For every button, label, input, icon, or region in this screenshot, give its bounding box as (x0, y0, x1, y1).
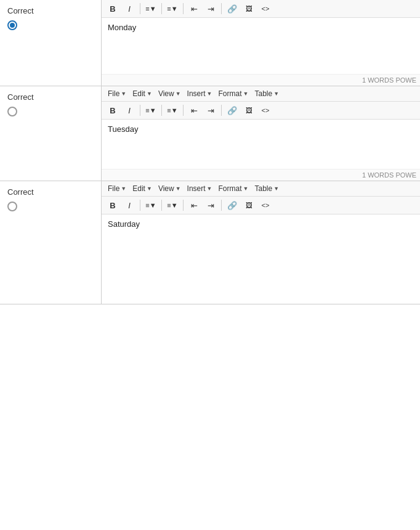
chevron-icon: ▼ (121, 186, 126, 192)
menu-item-insert[interactable]: Insert▼ (185, 183, 215, 194)
align-left-button[interactable]: ⇤ (187, 104, 201, 117)
unordered-list-button[interactable]: ≡▼ (143, 104, 158, 117)
divider-4 (221, 200, 222, 211)
link-button[interactable]: 🔗 (225, 198, 240, 212)
toolbar-buttons: B I ≡▼ ≡▼ ⇤ ⇥ 🔗 🖼 <> (102, 197, 420, 214)
divider-1 (140, 105, 140, 116)
chevron-icon: ▼ (147, 91, 152, 97)
ordered-list-button-top[interactable]: ≡▼ (165, 2, 180, 15)
link-button[interactable]: 🔗 (225, 104, 240, 117)
image-button[interactable]: 🖼 (241, 104, 256, 117)
menu-item-format[interactable]: Format▼ (216, 88, 251, 99)
menu-bar: File▼ Edit▼ View▼ Insert▼ Format▼ Table▼ (102, 181, 420, 197)
chevron-icon: ▼ (121, 91, 126, 97)
right-col-saturday: File▼ Edit▼ View▼ Insert▼ Format▼ Table▼… (102, 181, 420, 304)
chevron-icon: ▼ (273, 91, 279, 97)
radio-monday[interactable] (7, 20, 17, 30)
menu-item-format[interactable]: Format▼ (216, 183, 251, 194)
chevron-icon: ▼ (273, 186, 279, 192)
ordered-list-button[interactable]: ≡▼ (165, 104, 180, 117)
editor-monday[interactable]: Monday (102, 18, 420, 74)
chevron-icon: ▼ (207, 91, 212, 97)
bold-button[interactable]: B (105, 104, 120, 117)
answer-row-monday: Correct B I ≡▼ ≡▼ ⇤ ⇥ 🔗 🖼 <> Monday 1 WO… (0, 0, 420, 86)
unordered-list-button-top[interactable]: ≡▼ (143, 2, 158, 15)
menu-item-edit[interactable]: Edit▼ (130, 183, 155, 194)
align-right-button-top[interactable]: ⇥ (203, 2, 218, 15)
divider-1 (140, 200, 140, 211)
radio-tuesday[interactable] (7, 107, 17, 116)
chevron-icon: ▼ (207, 186, 212, 192)
menu-bar: File▼ Edit▼ View▼ Insert▼ Format▼ Table▼ (102, 86, 420, 102)
align-right-button[interactable]: ⇥ (203, 198, 218, 212)
chevron-icon: ▼ (176, 186, 181, 192)
divider-t4 (221, 3, 222, 14)
chevron-icon: ▼ (243, 91, 249, 97)
answer-row-tuesday: Correct File▼ Edit▼ View▼ Insert▼ Format… (0, 86, 420, 181)
code-button[interactable]: <> (258, 198, 273, 212)
italic-button-top[interactable]: I (122, 2, 137, 15)
italic-button[interactable]: I (122, 104, 137, 117)
align-left-button-top[interactable]: ⇤ (187, 2, 201, 15)
divider-3 (183, 105, 184, 116)
divider-t1 (140, 3, 140, 14)
unordered-list-button[interactable]: ≡▼ (143, 198, 158, 212)
italic-button[interactable]: I (122, 198, 137, 212)
menu-item-table[interactable]: Table▼ (252, 183, 281, 194)
menu-item-view[interactable]: View▼ (156, 88, 184, 99)
menu-item-file[interactable]: File▼ (105, 88, 129, 99)
menu-item-insert[interactable]: Insert▼ (185, 88, 215, 99)
chevron-icon: ▼ (147, 186, 152, 192)
right-col-monday: B I ≡▼ ≡▼ ⇤ ⇥ 🔗 🖼 <> Monday 1 WORDS POWE (102, 0, 420, 86)
align-left-button[interactable]: ⇤ (187, 198, 201, 212)
correct-label-tuesday: Correct (7, 92, 94, 102)
word-count-tuesday: 1 WORDS POWE (102, 169, 420, 181)
divider-4 (221, 105, 222, 116)
ordered-list-button[interactable]: ≡▼ (165, 198, 180, 212)
chevron-icon: ▼ (243, 186, 249, 192)
answer-row-saturday: Correct File▼ Edit▼ View▼ Insert▼ Format… (0, 181, 420, 304)
image-button[interactable]: 🖼 (241, 198, 256, 212)
divider-2 (161, 105, 162, 116)
editor-saturday[interactable]: Saturday (102, 214, 420, 304)
top-toolbar-buttons: B I ≡▼ ≡▼ ⇤ ⇥ 🔗 🖼 <> (102, 0, 420, 18)
bold-button-top[interactable]: B (105, 2, 120, 15)
image-button-top[interactable]: 🖼 (241, 2, 256, 15)
radio-saturday[interactable] (7, 202, 17, 211)
left-col-tuesday: Correct (0, 86, 102, 181)
code-button-top[interactable]: <> (258, 2, 273, 15)
toolbar-buttons: B I ≡▼ ≡▼ ⇤ ⇥ 🔗 🖼 <> (102, 102, 420, 120)
bold-button[interactable]: B (105, 198, 120, 212)
divider-t2 (161, 3, 162, 14)
divider-t3 (183, 3, 184, 14)
correct-label-monday: Correct (7, 6, 94, 15)
right-col-tuesday: File▼ Edit▼ View▼ Insert▼ Format▼ Table▼… (102, 86, 420, 181)
code-button[interactable]: <> (258, 104, 273, 117)
menu-item-view[interactable]: View▼ (156, 183, 184, 194)
menu-item-table[interactable]: Table▼ (252, 88, 281, 99)
divider-3 (183, 200, 184, 211)
menu-item-edit[interactable]: Edit▼ (130, 88, 155, 99)
menu-item-file[interactable]: File▼ (105, 183, 129, 194)
left-col-monday: Correct (0, 0, 102, 86)
editor-tuesday[interactable]: Tuesday (102, 120, 420, 169)
link-button-top[interactable]: 🔗 (225, 2, 240, 15)
left-col-saturday: Correct (0, 181, 102, 304)
chevron-icon: ▼ (176, 91, 181, 97)
divider-2 (161, 200, 162, 211)
word-count-monday: 1 WORDS POWE (102, 74, 420, 86)
correct-label-saturday: Correct (7, 187, 94, 197)
align-right-button[interactable]: ⇥ (203, 104, 218, 117)
